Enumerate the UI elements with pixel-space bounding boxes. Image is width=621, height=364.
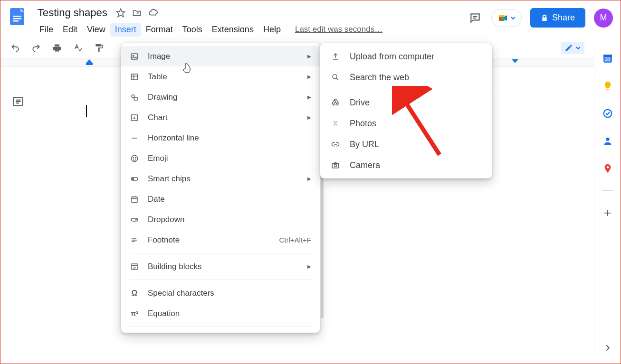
menu-label: Date [148, 195, 311, 204]
contacts-icon[interactable] [602, 135, 613, 147]
menu-item-equation[interactable]: π² Equation [121, 303, 320, 324]
menu-help[interactable]: Help [258, 23, 286, 37]
menu-label: Special characters [148, 289, 311, 298]
meet-button[interactable] [491, 9, 522, 27]
menu-label: Dropdown [148, 215, 311, 224]
menu-view[interactable]: View [82, 23, 110, 37]
svg-point-55 [334, 164, 336, 167]
redo-icon[interactable] [30, 42, 42, 54]
submenu-item-drive[interactable]: Drive [320, 92, 492, 113]
submenu-arrow-icon: ▶ [307, 115, 311, 120]
svg-rect-11 [86, 63, 93, 65]
undo-icon[interactable] [9, 42, 21, 54]
menu-separator [129, 253, 312, 253]
addons-plus-icon[interactable]: + [602, 207, 613, 218]
maps-icon[interactable] [602, 163, 613, 174]
star-icon[interactable] [115, 7, 126, 19]
outline-toggle-icon[interactable] [12, 95, 24, 108]
photos-icon [331, 119, 340, 128]
drawing-icon [130, 93, 139, 102]
menu-item-drawing[interactable]: Drawing▶ [121, 87, 320, 107]
menu-label: Drawing [148, 93, 307, 102]
smart-chips-icon [130, 174, 139, 184]
search-icon [331, 73, 340, 82]
submenu-item-photos[interactable]: Photos [320, 113, 492, 134]
menu-item-horizontal-line[interactable]: Horizontal line [121, 128, 320, 148]
side-panel-divider [602, 190, 613, 191]
keep-icon[interactable] [602, 80, 613, 92]
menu-shortcut: Ctrl+Alt+F [279, 236, 311, 244]
menu-extensions[interactable]: Extensions [207, 23, 258, 37]
side-panel: 31 + [594, 44, 621, 358]
menu-item-special-characters[interactable]: Ω Special characters [121, 283, 320, 303]
caret-down-icon [576, 46, 581, 50]
submenu-item-by-url[interactable]: By URL [320, 134, 492, 155]
menu-tools[interactable]: Tools [178, 23, 207, 37]
submenu-item-camera[interactable]: Camera [320, 155, 492, 176]
print-icon[interactable] [51, 42, 63, 54]
menu-item-dropdown[interactable]: Dropdown [121, 209, 320, 230]
svg-text:31: 31 [605, 57, 611, 62]
svg-rect-29 [134, 97, 137, 100]
text-cursor [86, 105, 87, 117]
svg-rect-3 [13, 20, 19, 22]
submenu-label: Photos [350, 119, 376, 129]
calendar-icon[interactable]: 31 [602, 53, 613, 64]
insert-menu-popup: Image▶ Table▶ Drawing▶ Chart▶ Horizontal… [121, 43, 320, 333]
equation-icon: π² [130, 309, 139, 318]
camera-icon [331, 160, 340, 170]
pencil-icon [564, 44, 573, 52]
account-avatar[interactable]: M [594, 9, 613, 28]
document-title[interactable]: Testing shapes [35, 6, 110, 20]
last-edit-link[interactable]: Last edit was seconds… [295, 25, 382, 34]
menu-item-footnote[interactable]: Footnote Ctrl+Alt+F [121, 230, 320, 250]
table-icon [130, 72, 139, 82]
menu-label: Smart chips [148, 174, 307, 184]
comment-history-icon[interactable] [468, 10, 483, 26]
move-icon[interactable] [131, 7, 143, 19]
menu-label: Horizontal line [148, 133, 311, 143]
submenu-item-search-web[interactable]: Search the web [320, 67, 492, 88]
paint-format-icon[interactable] [93, 42, 105, 54]
svg-point-37 [135, 157, 136, 158]
docs-logo[interactable] [8, 7, 27, 26]
svg-marker-10 [86, 59, 93, 63]
submenu-item-upload[interactable]: Upload from computer [320, 46, 492, 67]
svg-point-22 [606, 166, 609, 168]
chart-icon [130, 113, 139, 122]
menu-insert[interactable]: Insert [110, 23, 141, 37]
svg-rect-40 [132, 196, 137, 202]
submenu-arrow-icon: ▶ [307, 94, 311, 100]
indent-marker-right[interactable] [512, 59, 518, 66]
hr-icon [130, 133, 139, 143]
menu-label: Emoji [148, 154, 311, 163]
svg-point-35 [131, 155, 138, 162]
svg-rect-9 [499, 15, 505, 17]
share-label: Share [552, 13, 575, 23]
menu-format[interactable]: Format [141, 23, 178, 37]
spellcheck-icon[interactable] [72, 42, 84, 54]
collapse-side-panel-icon[interactable] [602, 343, 613, 353]
date-icon [130, 195, 139, 204]
menu-item-emoji[interactable]: Emoji [121, 148, 320, 168]
menu-item-smart-chips[interactable]: Smart chips▶ [121, 168, 320, 189]
svg-marker-12 [512, 59, 518, 63]
submenu-arrow-icon: ▶ [307, 54, 311, 59]
tasks-icon[interactable] [602, 108, 613, 119]
indent-marker-left[interactable] [86, 59, 93, 66]
menu-label: Footnote [148, 235, 279, 245]
menu-item-building-blocks[interactable]: Building blocks▶ [121, 256, 320, 277]
share-button[interactable]: Share [530, 8, 585, 28]
menu-item-image[interactable]: Image▶ [121, 46, 320, 66]
menu-file[interactable]: File [35, 23, 58, 37]
editing-mode-button[interactable] [561, 42, 584, 54]
svg-rect-1 [13, 16, 21, 17]
menu-edit[interactable]: Edit [58, 23, 82, 37]
menu-item-chart[interactable]: Chart▶ [121, 107, 320, 128]
menu-item-date[interactable]: Date [121, 189, 320, 209]
svg-rect-25 [131, 74, 138, 80]
menu-label: Equation [148, 309, 311, 318]
cloud-status-icon[interactable] [147, 7, 159, 19]
svg-point-39 [133, 178, 134, 179]
menu-item-table[interactable]: Table▶ [121, 66, 320, 87]
